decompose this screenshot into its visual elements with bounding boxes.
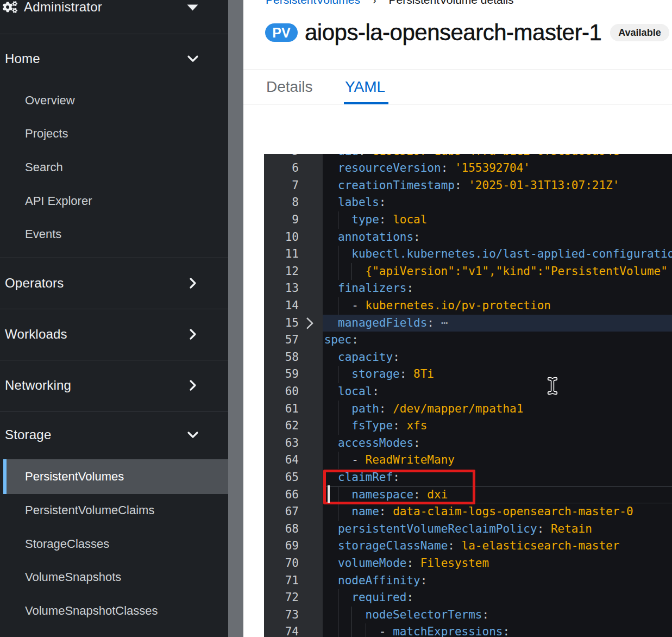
sidebar-item-label: StorageClasses [25,537,109,551]
code-token-punct [324,557,338,570]
text-caret [328,485,330,503]
sidebar-group-networking[interactable]: Networking [0,360,228,411]
breadcrumb-current: PersistentVolume details [389,0,514,7]
sidebar: Administrator HomeOverviewProjectsSearch… [0,0,228,637]
code-token-str: /dev/mapper/mpatha1 [393,402,523,415]
editor-code-area[interactable]: uid: e19e5297-1db5-4f7a-b1e2-6f5c3d88a94… [323,154,672,637]
resource-kind-badge: PV [265,23,298,42]
code-token-str: '155392704' [455,161,530,174]
sidebar-group-storage[interactable]: Storage [0,411,228,459]
code-token-punct [324,385,338,398]
line-number: 62 [285,417,299,435]
line-number: 8 [292,194,299,211]
code-token-punct: : [351,333,359,346]
sidebar-group-label: Operators [5,276,64,291]
sidebar-group-label: Workloads [5,327,67,342]
code-token-punct [324,539,338,552]
line-number: 66 [285,486,299,504]
code-token-str: local [393,213,427,226]
line-number: 64 [285,452,299,469]
code-token-punct [324,213,352,226]
code-token-punct: : [406,591,413,604]
code-token-punct [324,505,352,518]
code-token-punct: : [393,351,400,364]
code-line-13: finalizers: [324,280,413,297]
perspective-switcher[interactable]: Administrator [0,0,228,22]
code-token-punct: : [427,316,441,329]
sidebar-item-storageclasses[interactable]: StorageClasses [0,527,228,561]
code-line-6: resourceVersion: '155392704' [324,160,530,177]
main-content: PersistentVolumes › PersistentVolume det… [243,0,672,637]
sidebar-scrollbar[interactable] [228,0,243,637]
code-token-punct [324,402,352,415]
code-token-str: e19e5297-1db5-4f7a-b1e2-6f5c3d88a94e [372,154,619,158]
sidebar-group-operators[interactable]: Operators [0,258,228,309]
yaml-editor[interactable]: 5678910111213141557585960616263646566676… [264,154,672,637]
code-line-60: local: [324,383,379,401]
code-token-str: ReadWriteMany [366,453,455,466]
code-line-70: volumeMode: Filesystem [324,555,489,572]
code-token-str: la-elasticsearch-master [462,539,620,552]
code-line-72: required: [324,589,413,607]
sidebar-item-search[interactable]: Search [0,151,228,184]
line-number: 69 [285,538,299,555]
sidebar-group-label: Home [5,51,40,66]
sidebar-item-label: Search [25,160,63,174]
line-number: 70 [285,555,299,572]
code-token-punct [324,299,352,312]
sidebar-item-volumesnapshots[interactable]: VolumeSnapshots [0,561,228,595]
tab-details[interactable]: Details [266,79,313,95]
editor-gutter: 5678910111213141557585960616263646566676… [264,154,323,637]
code-token-punct [324,367,352,380]
tab-yaml[interactable]: YAML [345,79,385,95]
code-line-7: creationTimestamp: '2025-01-31T13:07:21Z… [324,177,620,195]
sidebar-item-events[interactable]: Events [0,217,228,251]
line-number: 61 [285,401,299,418]
sidebar-item-overview[interactable]: Overview [0,84,228,117]
code-token-str: {"apiVersion":"v1","kind":"PersistentVol… [366,265,668,278]
sidebar-item-persistentvolumeclaims[interactable]: PersistentVolumeClaims [0,494,228,528]
code-token-str: Filesystem [420,557,489,570]
page-header: PV aiops-la-opensearch-master-1 Availabl… [265,23,669,42]
sidebar-item-label: Projects [25,127,68,141]
code-token-key: local [338,385,372,398]
line-number: 9 [292,211,299,229]
caret-down-icon [187,4,198,11]
fold-chevron-icon[interactable] [303,315,317,332]
line-number: 12 [285,263,299,280]
sidebar-group-workloads[interactable]: Workloads [0,309,228,360]
code-token-punct: - [351,453,365,466]
code-token-punct [324,316,338,329]
sidebar-item-volumesnapshotclasses[interactable]: VolumeSnapshotClasses [0,594,228,628]
sidebar-item-projects[interactable]: Projects [0,117,228,151]
code-token-punct: : [413,230,420,243]
code-line-58: capacity: [324,349,400,366]
code-line-64: - ReadWriteMany [324,452,455,469]
code-token-str: xfs [406,419,427,432]
code-line-10: annotations: [324,229,420,246]
code-token-punct [324,351,338,364]
page-title: aiops-la-opensearch-master-1 [305,20,601,46]
code-token-str: kubernetes.io/pv-protection [366,299,551,312]
sidebar-item-label: Events [25,227,61,241]
breadcrumb-link-persistentvolumes[interactable]: PersistentVolumes [266,0,360,7]
code-token-punct [324,247,352,260]
sidebar-item-label: PersistentVolumeClaims [25,503,154,517]
code-token-punct [324,196,338,209]
code-token-punct [324,154,338,158]
sidebar-group-home[interactable]: Home [0,34,228,84]
code-token-punct [324,282,338,295]
code-token-punct: - [379,625,393,637]
line-number: 15 [285,315,299,332]
line-number: 60 [285,383,299,401]
code-token-str: Retain [551,522,592,535]
line-number: 63 [285,435,299,452]
code-token-str: 8Ti [413,367,434,380]
line-number: 73 [285,607,299,624]
sidebar-item-api explorer[interactable]: API Explorer [0,184,228,218]
sidebar-item-persistentvolumes[interactable]: PersistentVolumes [3,459,228,494]
code-token-key: managedFields [338,316,427,329]
sidebar-item-label: VolumeSnapshotClasses [25,604,158,618]
chevron-right-icon [187,328,199,340]
code-line-61: path: /dev/mapper/mpatha1 [324,401,524,418]
